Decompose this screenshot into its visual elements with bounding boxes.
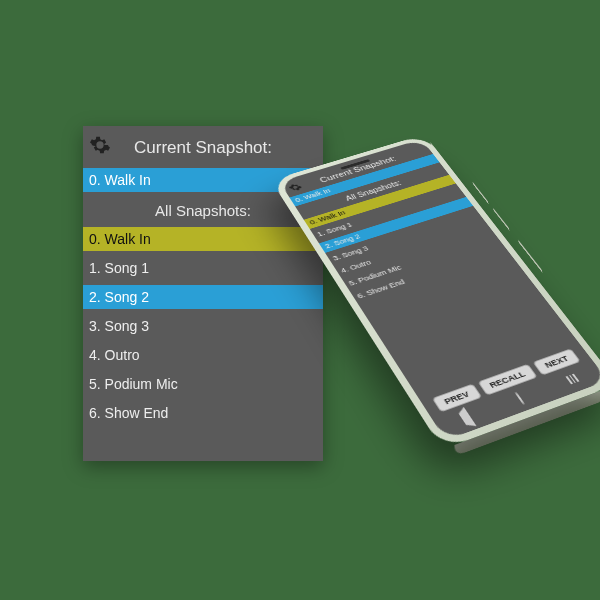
- recents-icon[interactable]: [566, 374, 580, 384]
- snapshot-row[interactable]: 1. Song 1: [83, 256, 323, 280]
- back-icon[interactable]: [459, 411, 474, 425]
- snapshot-row[interactable]: 3. Song 3: [83, 314, 323, 338]
- gear-icon[interactable]: [89, 134, 111, 156]
- snapshot-row[interactable]: 5. Podium Mic: [83, 372, 323, 396]
- home-icon[interactable]: [515, 392, 525, 404]
- snapshot-row[interactable]: 0. Walk In: [83, 227, 323, 251]
- volume-up-button[interactable]: [473, 182, 489, 205]
- volume-down-button[interactable]: [493, 208, 510, 232]
- snapshot-row[interactable]: 2. Song 2: [83, 285, 323, 309]
- phone-screen: Current Snapshot: 0. Walk In All Snapsho…: [279, 139, 600, 440]
- snapshot-row[interactable]: 6. Show End: [83, 401, 323, 425]
- snapshot-row[interactable]: 4. Outro: [83, 343, 323, 367]
- current-snapshot-heading: Current Snapshot:: [83, 126, 323, 166]
- snapshot-list: 0. Walk In1. Song 12. Song 23. Song 34. …: [83, 227, 323, 425]
